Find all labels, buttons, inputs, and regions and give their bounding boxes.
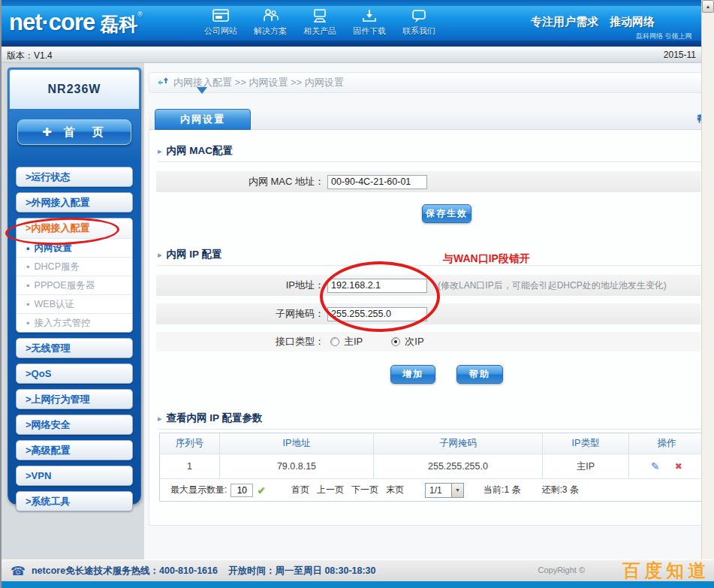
tab-bar: 内网设置 [149, 109, 708, 130]
help-button[interactable]: 帮助 [456, 365, 503, 384]
service-hours-text: 开放时间：周一至周日 08:30-18:30 [228, 565, 376, 577]
nav-item-solutions[interactable]: 解决方案 [248, 8, 293, 37]
subnet-mask-label: 子网掩码： [156, 307, 324, 321]
nav-label: 公司网站 [198, 26, 243, 37]
sidebar-item-vpn[interactable]: >VPN [16, 466, 133, 486]
breadcrumb-nav-icon [157, 77, 168, 89]
vertical-scrollbar[interactable]: ▲ [701, 0, 714, 588]
chevron-down-icon: ▼ [451, 484, 463, 497]
next-page-link[interactable]: 下一页 [351, 484, 378, 496]
subnet-mask-input[interactable] [327, 307, 427, 321]
cell-actions: ✎ ✖ [629, 454, 704, 478]
table-row: 1 79.0.8.15 255.255.255.0 主IP ✎ ✖ [160, 454, 704, 478]
radio-primary-ip-label: 主IP [344, 335, 363, 348]
interface-type-row: 接口类型： 主IP 次IP [156, 332, 700, 351]
sidebar-item-running-status[interactable]: >运行状态 [16, 167, 133, 187]
nav-label: 固件下载 [347, 26, 392, 37]
apply-check-icon[interactable]: ✔ [257, 484, 266, 496]
router-admin-page: net·core 磊科 ® 公司网站 解决方案 [0, 0, 714, 588]
scroll-up-arrow-icon[interactable]: ▲ [702, 0, 714, 13]
first-page-link[interactable]: 首页 [291, 484, 309, 496]
breadcrumb: 内网接入配置 >> 内网设置 >> 内网设置 [149, 72, 708, 93]
sidebar-item-pppoe-server[interactable]: • PPPOE服务器 [17, 276, 132, 294]
watermark-text: 百度知道 [622, 559, 709, 583]
page-select[interactable]: 1/1 ▼ [425, 483, 464, 498]
section-ip-config: ▸ 内网 IP 配置 [158, 248, 702, 266]
sidebar-item-system-tools[interactable]: >系统工具 [16, 491, 133, 511]
slogan-text: 专注用户需求 推动网络 [531, 15, 655, 29]
nav-label: 相关产品 [297, 26, 342, 37]
section-mac-config: ▸ 内网 MAC配置 [158, 144, 702, 162]
logo-text-en: net·core [9, 9, 95, 36]
slogan-subtext: 磊科网络 引领上网 [636, 32, 692, 41]
router-model: NR236W [10, 70, 139, 109]
ip-address-input[interactable] [327, 279, 427, 293]
edit-icon[interactable]: ✎ [651, 460, 660, 472]
column-header-actions: 操作 [629, 433, 704, 454]
sidebar-item-lan-settings[interactable]: • 内网设置 [17, 238, 132, 257]
mac-address-row: 内网 MAC 地址： [156, 171, 700, 192]
phone-icon: ☎ [11, 564, 26, 578]
sidebar-item-wan-config[interactable]: >外网接入配置 [16, 192, 133, 213]
column-header-ip: IP地址 [220, 433, 374, 454]
nav-label: 解决方案 [248, 26, 293, 37]
nav-item-firmware-download[interactable]: 固件下载 [347, 8, 392, 37]
sidebar-item-qos[interactable]: >QoS [16, 363, 133, 384]
sidebar-item-wireless[interactable]: >无线管理 [16, 338, 133, 358]
prev-page-link[interactable]: 上一页 [317, 484, 344, 496]
cell-seq: 1 [160, 454, 220, 478]
last-page-link[interactable]: 末页 [386, 484, 404, 496]
sidebar-item-access-mode-control[interactable]: • 接入方式管控 [17, 313, 132, 332]
sidebar-group-lan-config: >内网接入配置 • 内网设置 • DHCP服务 • PPPOE服务器 • WEB… [16, 218, 133, 333]
tab-lan-settings[interactable]: 内网设置 [155, 109, 251, 130]
save-apply-button[interactable]: 保存生效 [422, 204, 471, 223]
sidebar-item-network-security[interactable]: >网络安全 [16, 415, 133, 435]
home-button-label: 首 页 [64, 125, 107, 140]
delete-icon[interactable]: ✖ [675, 461, 682, 472]
ip-address-label: IP地址： [156, 279, 324, 292]
sidebar-item-label: WEB认证 [35, 298, 74, 311]
add-button[interactable]: 增加 [390, 365, 435, 384]
radio-secondary-ip-label: 次IP [405, 335, 423, 348]
mac-address-input[interactable] [327, 175, 427, 189]
logo-registered-mark: ® [137, 11, 143, 18]
hotline-text: netcore免长途技术服务热线：400-810-1616 [32, 565, 218, 577]
firmware-version: 版本：V1.4 [7, 50, 53, 62]
cell-ip: 79.0.8.15 [220, 454, 374, 478]
home-plus-icon: ✚ [42, 125, 52, 139]
sidebar-item-lan-config[interactable]: >内网接入配置 [17, 219, 132, 238]
footer: ☎ netcore免长途技术服务热线：400-810-1616 开放时间：周一至… [2, 559, 714, 581]
nav-item-contact-us[interactable]: 联系我们 [396, 8, 441, 37]
mac-address-label: 内网 MAC 地址： [156, 175, 324, 188]
home-button[interactable]: ✚ 首 页 [17, 119, 131, 145]
sidebar-item-behavior-management[interactable]: >上网行为管理 [16, 389, 133, 409]
copyright-text: CopyRight © [538, 565, 585, 574]
current-count: 当前:1 条 [484, 484, 520, 496]
version-bar: 版本：V1.4 2015-11 [2, 47, 714, 63]
nav-label: 联系我们 [396, 26, 441, 37]
sidebar-item-web-auth[interactable]: • WEB认证 [17, 294, 132, 313]
logo-text-cn: 磊科 [100, 12, 137, 37]
section-title: 内网 IP 配置 [167, 248, 222, 261]
subnet-mask-row: 子网掩码： [156, 303, 700, 324]
sidebar-item-dhcp-service[interactable]: • DHCP服务 [17, 257, 132, 276]
sidebar-item-label: 内网设置 [35, 242, 72, 255]
pagination-links: 首页 上一页 下一页 末页 [291, 484, 404, 496]
radio-secondary-ip[interactable] [391, 337, 400, 346]
nav-item-company-site[interactable]: 公司网站 [198, 8, 243, 37]
header-bottom-strip [2, 41, 714, 47]
section-arrow-icon: ▸ [158, 250, 162, 260]
radio-primary-ip[interactable] [330, 337, 339, 346]
sidebar-item-advanced-config[interactable]: >高级配置 [16, 440, 133, 460]
ip-address-row: IP地址： (修改LAN口IP后，可能会引起DHCP处的地址池发生变化) [156, 275, 700, 296]
device-icon [297, 8, 342, 24]
people-icon [248, 8, 293, 24]
table-header-row: 序列号 IP地址 子网掩码 IP类型 操作 [160, 433, 704, 454]
sidebar-spacer [8, 145, 140, 161]
browser-window-icon [198, 8, 243, 24]
sidebar-item-label: PPPOE服务器 [35, 279, 95, 292]
max-display-input[interactable] [230, 484, 253, 497]
build-date: 2015-11 [664, 50, 696, 60]
nav-item-products[interactable]: 相关产品 [297, 8, 342, 37]
section-title: 查看内网 IP 配置参数 [167, 412, 263, 425]
